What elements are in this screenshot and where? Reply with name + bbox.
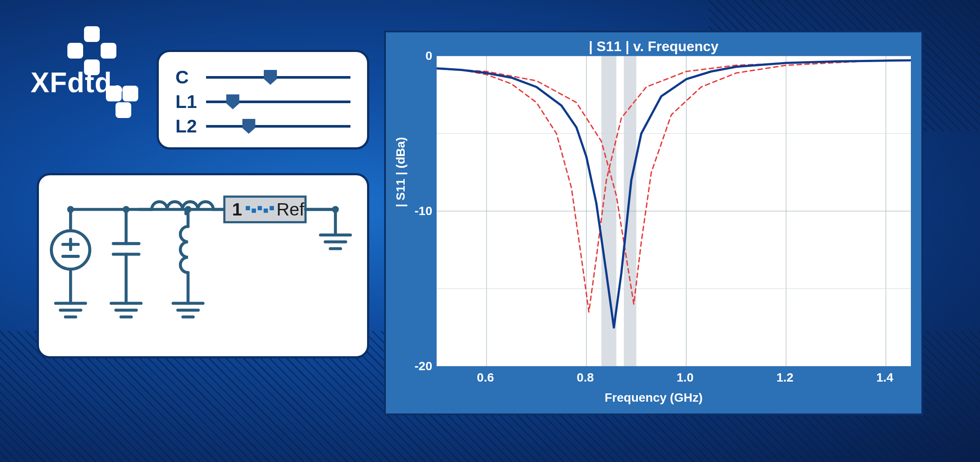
svg-point-46 <box>122 206 130 213</box>
svg-point-48 <box>332 206 339 213</box>
tuning-sliders-panel: CL1L2 <box>157 50 369 149</box>
chart-xtick: 1.2 <box>777 371 794 385</box>
chart-xtick: 0.8 <box>577 371 594 385</box>
slider-track[interactable] <box>206 76 350 79</box>
svg-rect-28 <box>258 206 262 210</box>
logo-cube-icon <box>67 43 83 59</box>
chart-xlabel: Frequency (GHz) <box>386 391 921 405</box>
s11-chart-panel: | S11 | v. Frequency | S11 | (dBa) Frequ… <box>384 31 923 415</box>
svg-rect-30 <box>270 206 274 210</box>
slider-label: L2 <box>175 116 206 137</box>
slider-track[interactable] <box>206 101 350 103</box>
logo-name: XFdtd <box>31 67 112 98</box>
svg-point-47 <box>185 206 192 213</box>
matching-network-schematic: 1 Ref <box>37 173 369 358</box>
chart-ytick: -20 <box>410 359 432 373</box>
chart-xtick: 0.6 <box>477 371 494 385</box>
chart-ylabel: | S11 | (dBa) <box>394 137 408 207</box>
logo-cube-icon <box>101 43 116 59</box>
svg-rect-29 <box>264 208 268 213</box>
slider-label: C <box>175 67 206 88</box>
svg-point-45 <box>67 206 74 213</box>
slider-thumb-icon[interactable] <box>264 70 277 85</box>
slider-c[interactable]: C <box>175 65 350 90</box>
slider-track[interactable] <box>206 125 350 128</box>
svg-rect-27 <box>252 208 256 213</box>
logo-cube-icon <box>122 86 138 101</box>
logo-cube-icon <box>84 26 100 42</box>
slider-thumb-icon[interactable] <box>242 119 256 134</box>
slider-label: L1 <box>175 91 206 112</box>
slider-l1[interactable]: L1 <box>175 90 350 114</box>
chart-plot-area <box>437 56 911 366</box>
logo-cube-icon <box>116 102 131 118</box>
slider-thumb-icon[interactable] <box>226 94 239 109</box>
chart-ytick: -10 <box>410 204 432 218</box>
ref-port-label: Ref <box>276 199 304 219</box>
chart-xtick: 1.4 <box>876 371 893 385</box>
logo-text: XFdtd® <box>31 66 123 99</box>
chart-ytick: 0 <box>410 49 432 63</box>
chart-xtick: 1.0 <box>677 371 694 385</box>
svg-rect-26 <box>246 206 250 210</box>
product-logo: XFdtd® <box>31 26 171 109</box>
ref-port-number: 1 <box>232 199 242 219</box>
logo-registered: ® <box>112 82 123 98</box>
slider-l2[interactable]: L2 <box>175 114 350 139</box>
